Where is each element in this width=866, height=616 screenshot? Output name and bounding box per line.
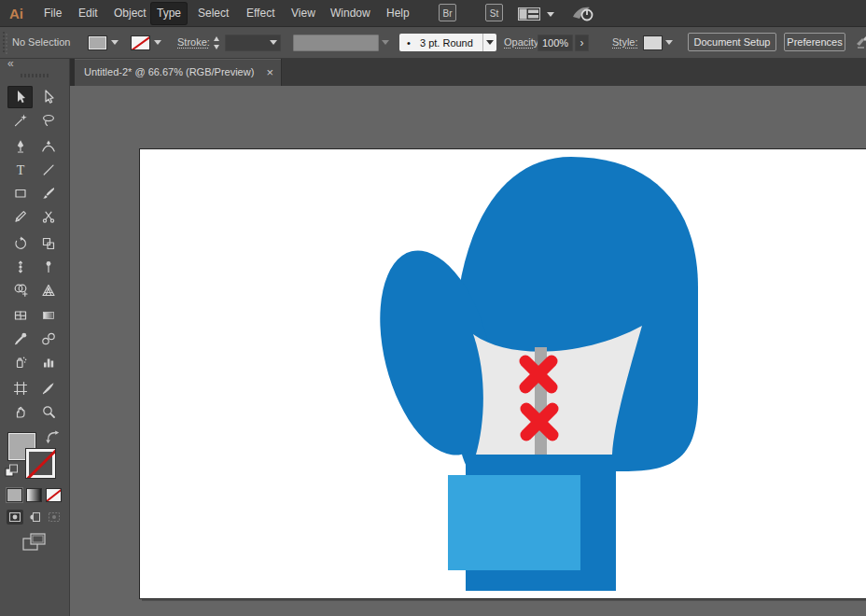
tool-mesh[interactable]: [7, 304, 33, 327]
stock-button[interactable]: St: [485, 4, 503, 21]
tool-artboard[interactable]: [7, 377, 33, 399]
opacity-label[interactable]: Opacity:: [504, 27, 541, 58]
perspective-grid-tool-icon: [41, 283, 56, 298]
menu-help[interactable]: Help: [381, 0, 415, 27]
direct-selection-tool-icon: [41, 90, 56, 105]
gradient-mode-button[interactable]: [26, 488, 42, 502]
selection-status: No Selection: [12, 27, 70, 58]
menu-select[interactable]: Select: [192, 0, 234, 27]
cropped-panel-icon[interactable]: [856, 35, 866, 54]
fill-color-chevron-icon[interactable]: [111, 40, 119, 45]
menu-view[interactable]: View: [286, 0, 321, 27]
stroke-weight-chevron-icon[interactable]: [270, 40, 277, 45]
stroke-label[interactable]: Stroke:: [177, 27, 210, 58]
tool-slice[interactable]: [35, 377, 61, 399]
tool-paintbrush[interactable]: [35, 182, 61, 204]
style-label[interactable]: Style:: [612, 27, 638, 58]
brush-definition-chevron-icon[interactable]: [483, 40, 496, 45]
menu-edit[interactable]: Edit: [73, 0, 104, 27]
line-segment-tool-icon: [41, 162, 56, 177]
stroke-weight-stepper[interactable]: [212, 35, 222, 51]
menu-file[interactable]: File: [38, 0, 67, 27]
menu-object[interactable]: Object: [108, 0, 152, 27]
stroke-color-swatch[interactable]: [131, 35, 150, 50]
scale-tool-icon: [41, 236, 56, 251]
menu-window[interactable]: Window: [325, 0, 376, 27]
artboard[interactable]: [140, 149, 866, 598]
menu-bar: Ai File Edit Object Type Select Effect V…: [0, 0, 866, 27]
draw-inside-button[interactable]: [46, 510, 63, 525]
wristband-shape[interactable]: [448, 475, 580, 570]
tool-column-graph[interactable]: [35, 351, 61, 373]
tool-symbol-sprayer[interactable]: [7, 351, 33, 373]
tab-close-icon[interactable]: ×: [266, 59, 273, 86]
tool-rectangle[interactable]: [7, 182, 33, 204]
shaper-tool-icon: [13, 209, 28, 224]
canvas-pasteboard[interactable]: [70, 86, 866, 616]
style-chevron-icon[interactable]: [665, 40, 673, 45]
tool-puppet-warp[interactable]: [35, 256, 61, 278]
control-bar: No Selection Stroke: • 3 pt. Round Opaci…: [0, 27, 866, 59]
variable-width-chevron-icon[interactable]: [382, 40, 389, 45]
stroke-proxy-swatch[interactable]: [25, 448, 56, 479]
rotate-tool-icon: [13, 236, 28, 251]
tool-blend[interactable]: [35, 328, 61, 350]
tool-zoom[interactable]: [35, 400, 61, 423]
none-mode-button[interactable]: [46, 488, 62, 502]
stroke-color-chevron-icon[interactable]: [154, 40, 161, 45]
tool-pen[interactable]: [7, 135, 33, 158]
tools-panel-grip[interactable]: [21, 74, 49, 77]
tool-gradient[interactable]: [35, 304, 61, 327]
selection-tool-icon: [13, 90, 28, 105]
tool-scale[interactable]: [35, 232, 61, 255]
tool-type[interactable]: T: [7, 159, 33, 181]
pen-tool-icon: [13, 139, 28, 154]
tool-selection[interactable]: [7, 86, 33, 108]
draw-normal-button[interactable]: [7, 510, 23, 525]
opacity-more-button[interactable]: ›: [575, 35, 589, 51]
control-bar-grip[interactable]: [3, 32, 8, 54]
bridge-button[interactable]: Br: [439, 4, 456, 21]
shape-builder-tool-icon: [13, 283, 28, 298]
panel-collapse-icon[interactable]: «: [7, 57, 12, 70]
tools-panel: « T: [0, 59, 70, 616]
tool-width[interactable]: [7, 256, 33, 278]
opacity-input[interactable]: 100%: [538, 35, 573, 51]
power-status-icon[interactable]: [571, 5, 595, 26]
menu-effect[interactable]: Effect: [241, 0, 280, 27]
menu-type[interactable]: Type: [151, 3, 187, 24]
tool-shaper[interactable]: [7, 205, 33, 228]
document-setup-button[interactable]: Document Setup: [688, 33, 776, 51]
puppet-warp-tool-icon: [41, 259, 56, 274]
tool-eyedropper[interactable]: [7, 328, 33, 350]
color-mode-button[interactable]: [7, 488, 22, 502]
document-tab[interactable]: Untitled-2* @ 66.67% (RGB/Preview) ×: [75, 59, 282, 86]
workspace-layout-icon[interactable]: [518, 7, 540, 24]
default-fill-stroke-icon[interactable]: [5, 464, 19, 482]
paintbrush-tool-icon: [41, 186, 56, 201]
draw-behind-button[interactable]: [26, 510, 43, 525]
swap-fill-stroke-icon[interactable]: [46, 430, 60, 448]
brush-definition-combo[interactable]: • 3 pt. Round: [399, 34, 496, 51]
curvature-tool-icon: [41, 139, 56, 154]
preferences-button[interactable]: Preferences: [784, 33, 845, 51]
tool-shape-builder[interactable]: [7, 279, 33, 301]
style-swatch[interactable]: [643, 35, 663, 50]
hand-tool-icon: [13, 404, 28, 419]
fill-color-swatch[interactable]: [88, 35, 107, 50]
column-graph-tool-icon: [41, 355, 56, 370]
workspace-chevron-icon[interactable]: [547, 12, 554, 17]
lasso-tool-icon: [41, 113, 56, 128]
tool-curvature[interactable]: [35, 135, 61, 158]
tool-direct-selection[interactable]: [35, 86, 61, 108]
tool-magic-wand[interactable]: [7, 109, 33, 132]
tool-perspective-grid[interactable]: [35, 279, 61, 301]
tool-lasso[interactable]: [35, 109, 61, 132]
variable-width-profile-dropdown[interactable]: [293, 35, 379, 51]
tool-scissors[interactable]: [35, 205, 61, 228]
tool-line-segment[interactable]: [35, 159, 61, 181]
tool-hand[interactable]: [7, 400, 33, 423]
svg-text:T: T: [16, 163, 24, 177]
screen-mode-icon[interactable]: [22, 533, 47, 555]
tool-rotate[interactable]: [7, 232, 33, 255]
